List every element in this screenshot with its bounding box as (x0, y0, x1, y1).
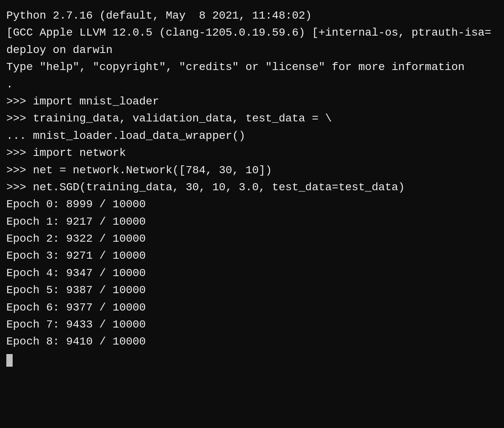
cursor-line (6, 350, 498, 367)
terminal-cursor (6, 354, 13, 367)
terminal-line: Epoch 5: 9387 / 10000 (6, 282, 498, 299)
terminal-line: >>> net = network.Network([784, 30, 10]) (6, 162, 498, 179)
terminal-line: Epoch 2: 9322 / 10000 (6, 230, 498, 247)
terminal-line: Epoch 6: 9377 / 10000 (6, 299, 498, 316)
terminal-line: >>> net.SGD(training_data, 30, 10, 3.0, … (6, 179, 498, 196)
terminal-line: Epoch 3: 9271 / 10000 (6, 247, 498, 264)
terminal-line: Epoch 1: 9217 / 10000 (6, 213, 498, 230)
terminal-line: . (6, 76, 498, 93)
terminal-line: ... mnist_loader.load_data_wrapper() (6, 127, 498, 144)
terminal-line: Epoch 8: 9410 / 10000 (6, 333, 498, 350)
terminal-line: >>> training_data, validation_data, test… (6, 110, 498, 127)
terminal-line: Epoch 7: 9433 / 10000 (6, 316, 498, 333)
terminal-line: [GCC Apple LLVM 12.0.5 (clang-1205.0.19.… (6, 24, 498, 59)
terminal-window: Python 2.7.16 (default, May 8 2021, 11:4… (6, 7, 498, 367)
terminal-line: >>> import network (6, 144, 498, 161)
terminal-line: Epoch 0: 8999 / 10000 (6, 196, 498, 213)
terminal-line: >>> import mnist_loader (6, 93, 498, 110)
terminal-line: Python 2.7.16 (default, May 8 2021, 11:4… (6, 7, 498, 24)
terminal-line: Type "help", "copyright", "credits" or "… (6, 59, 498, 76)
terminal-line: Epoch 4: 9347 / 10000 (6, 265, 498, 282)
